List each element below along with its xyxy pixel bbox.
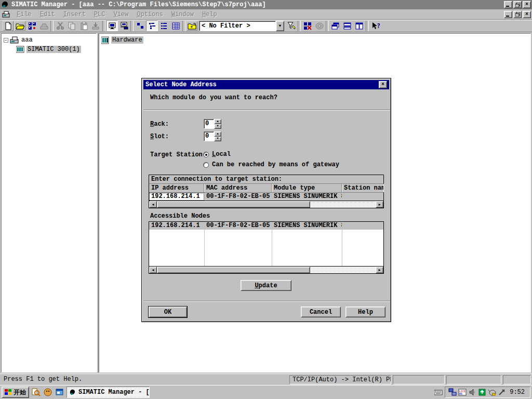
menu-item-insert[interactable]: Insert [59,10,90,19]
tree-root-label[interactable]: aaa [21,36,33,44]
tray-tool-icon[interactable] [498,388,506,396]
table-cell[interactable] [342,222,381,230]
up-one-level-button[interactable] [186,20,198,31]
cancel-button[interactable]: Cancel [301,307,341,317]
tree-list-button[interactable] [158,20,170,31]
memory-card-button[interactable] [26,20,38,31]
scroll-right-icon[interactable]: ► [376,267,383,273]
paste-icon [81,22,88,30]
column-header[interactable]: MAC address [204,184,272,192]
details-view-button[interactable] [170,20,182,31]
tree-station-row[interactable]: SIMATIC 300(1) [16,45,96,54]
mdi-restore-button[interactable] [513,11,522,18]
tile-horizontal-button[interactable] [341,20,353,31]
scroll-left-icon[interactable]: ◄ [149,267,157,273]
menu-item-edit[interactable]: Edit [36,10,59,19]
tile-vertical-button[interactable] [353,20,365,31]
quicklaunch-window-icon[interactable] [55,387,65,397]
scroll-right-icon[interactable]: ► [376,201,383,208]
tray-network-icon[interactable] [448,388,457,396]
column-header[interactable]: IP address [149,184,204,192]
column-header[interactable]: Module type [272,184,342,192]
simulate-modules-button[interactable] [301,20,313,31]
rack-down-button[interactable]: ▼ [214,124,221,129]
scrollbar-thumb[interactable] [157,267,310,273]
table-cell[interactable]: 00-1F-F8-02-EB-05 [204,222,272,230]
tray-mouse-icon[interactable] [488,388,496,396]
restore-button[interactable] [513,1,522,8]
connection-hscrollbar[interactable]: ◄ ► [149,201,383,208]
task-button-simatic[interactable]: SIMATIC Manager - [... [66,387,150,398]
rack-spinner[interactable]: 0 ▲ ▼ [204,119,221,129]
radio-local-row[interactable]: Local [203,151,231,158]
scrollbar-thumb[interactable] [157,201,310,208]
details-tree-icon [149,22,156,30]
radio-local-label[interactable]: Local [212,151,231,158]
table-cell[interactable]: 192.168.214.1 [149,193,204,201]
table-cell[interactable]: 00-1F-F8-02-EB-05 [204,193,272,201]
details-tree-button[interactable] [146,20,158,31]
filter-dropdown-button[interactable]: ▼ [276,21,284,31]
table-cell[interactable]: 192.168.214.1 [149,222,204,230]
hardware-item[interactable]: Hardware [101,36,530,44]
table-cell[interactable]: SIEMENS SINUMERIK 84┘ [272,193,342,201]
tree-expander-icon[interactable]: − [4,38,8,43]
filter-combobox[interactable]: < No Filter > ▼ [199,21,284,31]
rack-value[interactable]: 0 [204,119,214,129]
project-tree-pane[interactable]: − aaa SIMATIC 300(1) [1,33,97,373]
minimize-button[interactable] [504,1,512,8]
menu-item-view[interactable]: View [109,10,132,19]
scroll-left-icon[interactable]: ◄ [149,201,157,208]
menu-item-plc[interactable]: PLC [90,10,110,19]
keyboard-layout-icon[interactable] [434,388,443,396]
update-button[interactable]: Update [241,280,291,291]
radio-local-button[interactable] [203,152,209,157]
mdi-child-icon[interactable] [2,11,10,18]
menu-item-window[interactable]: Window [167,10,198,19]
up-folder-icon [188,22,196,30]
slot-spinner[interactable]: 0 ▲ ▼ [204,131,221,141]
ok-button[interactable]: OK [149,307,187,317]
help-button[interactable]: Help [345,307,385,317]
radio-gateway-button[interactable] [203,162,209,168]
open-button[interactable] [14,20,26,31]
context-help-button[interactable]: ? [369,20,381,31]
column-header[interactable]: Station name [342,184,383,192]
tray-license-manager-icon[interactable]: LICEMA [458,388,467,396]
close-button[interactable]: × [523,1,531,8]
table-row[interactable]: 192.168.214.100-1F-F8-02-EB-05SIEMENS SI… [149,193,383,201]
slot-up-button[interactable]: ▲ [214,131,221,137]
tree-station-label[interactable]: SIMATIC 300(1) [26,46,81,53]
radio-gateway-row[interactable]: Can be reached by means of gateway [203,161,339,168]
quicklaunch-find-icon[interactable] [31,387,41,397]
large-symbols-button[interactable] [134,20,146,31]
accessible-hscrollbar[interactable]: ◄ ► [149,266,383,273]
menu-item-file[interactable]: File [12,10,36,19]
start-button[interactable]: 开始 [2,387,29,398]
tray-volume-icon[interactable] [468,388,476,396]
quicklaunch-ball-icon[interactable] [43,387,53,397]
set-filter-button[interactable] [285,20,297,31]
tree-root-row[interactable]: − aaa [4,36,96,44]
online-button[interactable] [106,20,118,31]
radio-gateway-label[interactable]: Can be reached by means of gateway [212,161,339,168]
hardware-label[interactable]: Hardware [111,36,143,44]
slot-down-button[interactable]: ▼ [214,137,221,142]
menu-item-help[interactable]: Help [198,10,221,19]
mdi-close-button[interactable]: × [523,11,531,18]
table-cell[interactable] [342,193,381,201]
filter-value[interactable]: < No Filter > [199,21,276,31]
tray-updater-icon[interactable] [478,388,486,396]
accessible-nodes-list[interactable]: 192.168.214.100-1F-F8-02-EB-05SIEMENS SI… [149,221,384,274]
mdi-minimize-button[interactable] [504,11,512,18]
dialog-close-button[interactable]: × [379,81,387,88]
table-cell[interactable]: SIEMENS SINUMERIK 84┘ [272,222,342,230]
cascade-windows-button[interactable] [329,20,341,31]
menu-item-options[interactable]: Options [132,10,167,19]
rack-up-button[interactable]: ▲ [214,119,221,124]
offline-button[interactable] [118,20,130,31]
table-row[interactable]: 192.168.214.100-1F-F8-02-EB-05SIEMENS SI… [149,222,383,230]
tray-clock[interactable]: 9:52 [508,389,527,396]
new-button[interactable] [2,20,14,31]
slot-value[interactable]: 0 [204,131,214,141]
